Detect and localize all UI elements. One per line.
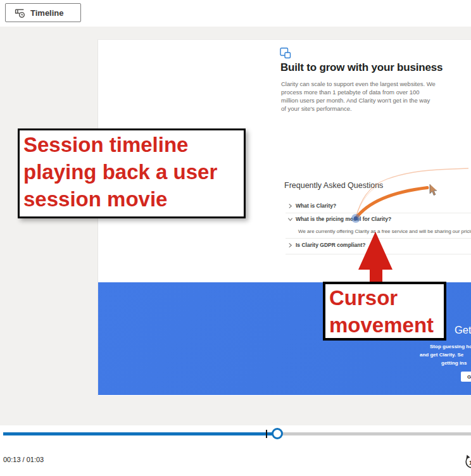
seek-handle[interactable]: [272, 428, 283, 439]
faq-question: What is the pricing model for Clarity?: [296, 216, 391, 222]
feature-body-line: of your site's performance.: [281, 105, 352, 112]
seek-progress-fill: [3, 432, 277, 435]
faq-question: Is Clarity GDPR compliant?: [296, 242, 366, 248]
hero-heading: Get: [455, 324, 471, 336]
time-display: 00:13 / 01:03: [3, 456, 44, 463]
feature-body-line: Clarity can scale to support even the la…: [281, 80, 436, 87]
toolbar: Timeline: [0, 0, 471, 27]
annotation-session-timeline: Session timeline playing back a user ses…: [18, 128, 246, 218]
annotation-cursor-movement: Cursor movement: [323, 282, 446, 341]
overlapping-windows-icon: [280, 47, 291, 59]
event-marker-tick: [266, 430, 267, 438]
faq-question: What is Clarity?: [296, 203, 336, 209]
timeline-button-label: Timeline: [30, 8, 64, 18]
hero-text-line: and get Clarity. Se: [420, 352, 463, 358]
faq-heading: Frequently Asked Questions: [284, 181, 383, 190]
feature-heading: Built to grow with your business: [280, 61, 443, 74]
divider: [286, 213, 471, 213]
chevron-down-icon: [287, 216, 293, 222]
divider: [286, 254, 471, 254]
faq-answer: We are currently offering Clarity as a f…: [298, 229, 471, 234]
hero-text-line: getting ins: [441, 360, 467, 366]
timeline-icon: [15, 8, 25, 18]
feature-body-line: million users per month. And Clarity won…: [281, 97, 430, 104]
playback-bar: 00:13 / 01:03 10: [0, 425, 471, 476]
chevron-right-icon: [287, 203, 293, 209]
chevron-right-icon: [287, 242, 293, 248]
skip-back-10-icon[interactable]: 10: [463, 454, 471, 470]
divider: [286, 238, 471, 239]
hero-get-started-button: G: [461, 372, 471, 382]
feature-body-line: process more than 1 petabyte of data fro…: [281, 89, 420, 96]
timeline-button[interactable]: Timeline: [5, 3, 81, 22]
hero-text-line: Stop guessing ho: [430, 344, 471, 349]
session-replay-screen: Timeline Built to grow with your busines…: [0, 0, 471, 476]
